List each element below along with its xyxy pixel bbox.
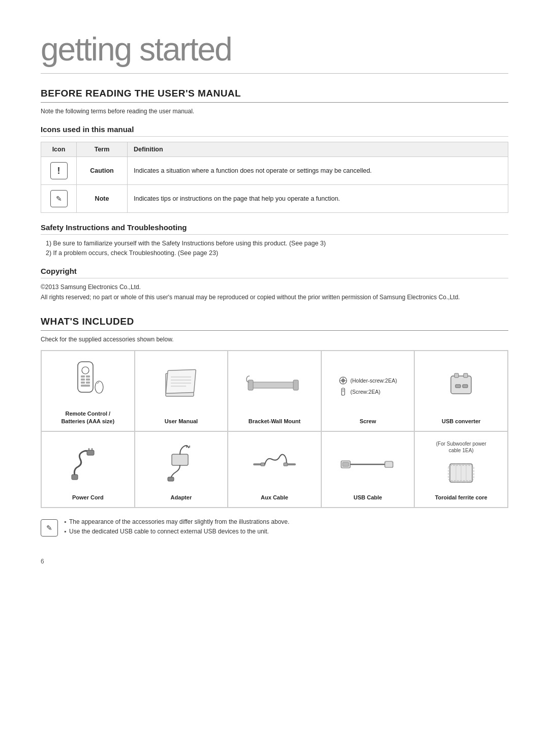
svg-rect-45 xyxy=(343,462,349,466)
svg-rect-36 xyxy=(172,454,188,465)
adapter-label: Adapter xyxy=(171,494,192,501)
aux-cable-image xyxy=(233,440,316,489)
note-icon-cell: ✎ xyxy=(41,185,77,213)
svg-rect-17 xyxy=(249,382,297,388)
svg-rect-0 xyxy=(78,362,93,392)
svg-rect-7 xyxy=(86,382,90,384)
ferrite-image: (For Subwoofer power cable 1EA) xyxy=(420,440,502,489)
safety-list: Be sure to familiarize yourself with the… xyxy=(41,240,508,257)
svg-rect-41 xyxy=(261,463,265,466)
bracket-image xyxy=(233,359,316,413)
svg-rect-27 xyxy=(451,376,471,394)
note-icon-bottom: ✎ xyxy=(41,519,58,537)
holder-screw-text: (Holder-screw:2EA) xyxy=(350,377,397,384)
svg-rect-18 xyxy=(248,380,253,390)
ferrite-label: Toroidal ferrite core xyxy=(435,494,487,501)
svg-rect-47 xyxy=(385,461,393,467)
svg-rect-12 xyxy=(166,369,196,393)
col-term: Term xyxy=(77,142,128,157)
note-term: Note xyxy=(77,185,128,213)
svg-rect-31 xyxy=(464,373,468,377)
bottom-note-1: The appearance of the accessories may di… xyxy=(64,518,289,525)
accessory-bracket: Bracket-Wall Mount xyxy=(228,351,321,431)
page-number: 6 xyxy=(41,558,508,565)
screw-text: (Screw:2EA) xyxy=(350,389,380,395)
usb-cable-label: USB Cable xyxy=(353,494,382,501)
accessory-aux-cable: Aux Cable xyxy=(228,431,321,508)
svg-rect-6 xyxy=(81,382,85,384)
accessory-remote-control: Remote Control /Batteries (AAA size) xyxy=(41,351,135,431)
safety-item-2: If a problem occurs, check Troubleshooti… xyxy=(46,249,508,257)
accessory-adapter: Adapter xyxy=(135,431,228,508)
accessory-user-manual: User Manual xyxy=(135,351,228,431)
safety-item-1: Be sure to familiarize yourself with the… xyxy=(46,240,508,247)
usb-converter-image xyxy=(420,359,502,413)
aux-cable-label: Aux Cable xyxy=(261,494,288,501)
note-definition: Indicates tips or instructions on the pa… xyxy=(128,185,508,213)
svg-rect-30 xyxy=(454,373,459,377)
accessory-screw: (Holder-screw:2EA) (Screw:2EA) Screw xyxy=(321,351,415,431)
caution-icon: ! xyxy=(50,162,68,179)
remote-control-image xyxy=(47,359,129,405)
bottom-notes: ✎ The appearance of the accessories may … xyxy=(41,518,508,538)
whats-included-section: WHAT'S INCLUDED Check for the supplied a… xyxy=(41,316,508,538)
bottom-notes-list: The appearance of the accessories may di… xyxy=(64,518,289,538)
accessories-grid: Remote Control /Batteries (AAA size) Use… xyxy=(41,350,508,508)
safety-section: Safety Instructions and Troubleshooting … xyxy=(41,223,508,257)
svg-rect-24 xyxy=(342,388,345,395)
remote-control-label: Remote Control /Batteries (AAA size) xyxy=(61,410,114,426)
svg-rect-37 xyxy=(168,477,174,481)
accessory-usb-cable: USB Cable xyxy=(321,431,415,508)
accessory-ferrite: (For Subwoofer power cable 1EA) Toroidal… xyxy=(414,431,508,508)
power-cord-image xyxy=(47,440,129,489)
svg-rect-35 xyxy=(72,475,78,480)
col-definition: Definition xyxy=(128,142,508,157)
caution-icon-cell: ! xyxy=(41,157,77,185)
svg-rect-5 xyxy=(86,379,90,381)
copyright-line2: All rights reserved; no part or whole of… xyxy=(41,294,508,301)
safety-title: Safety Instructions and Troubleshooting xyxy=(41,223,508,235)
copyright-line1: ©2013 Samsung Electronics Co.,Ltd. xyxy=(41,284,508,291)
svg-rect-3 xyxy=(86,375,90,377)
table-row: ! Caution Indicates a situation where a … xyxy=(41,157,508,185)
whats-included-title: WHAT'S INCLUDED xyxy=(41,316,508,331)
power-cord-label: Power Cord xyxy=(72,494,104,501)
screw-image: (Holder-screw:2EA) (Screw:2EA) xyxy=(327,359,409,413)
before-reading-section: BEFORE READING THE USER'S MANUAL Note th… xyxy=(41,88,508,301)
table-row: ✎ Note Indicates tips or instructions on… xyxy=(41,185,508,213)
user-manual-image xyxy=(140,359,223,413)
holder-screw-label: (Holder-screw:2EA) xyxy=(339,376,397,385)
subwoofer-note: (For Subwoofer power cable 1EA) xyxy=(436,440,486,454)
copyright-section: Copyright ©2013 Samsung Electronics Co.,… xyxy=(41,267,508,301)
accessory-power-cord: Power Cord xyxy=(41,431,135,508)
page-title: getting started xyxy=(41,30,508,74)
bottom-note-2: Use the dedicated USB cable to connect e… xyxy=(64,528,289,535)
col-icon: Icon xyxy=(41,142,77,157)
caution-term: Caution xyxy=(77,157,128,185)
caution-definition: Indicates a situation where a function d… xyxy=(128,157,508,185)
svg-rect-19 xyxy=(293,380,298,390)
screw-label-extra: (Screw:2EA) xyxy=(339,387,380,396)
svg-rect-8 xyxy=(81,385,90,387)
icons-section-title: Icons used in this manual xyxy=(41,125,508,137)
note-icon: ✎ xyxy=(50,190,68,207)
icons-section: Icons used in this manual Icon Term Defi… xyxy=(41,125,508,213)
svg-line-10 xyxy=(97,382,99,384)
svg-rect-2 xyxy=(81,375,85,377)
before-reading-title: BEFORE READING THE USER'S MANUAL xyxy=(41,88,508,103)
screw-label: Screw xyxy=(359,418,376,425)
accessory-usb-converter: USB converter xyxy=(414,351,508,431)
user-manual-label: User Manual xyxy=(165,418,198,425)
svg-rect-29 xyxy=(463,385,468,388)
svg-rect-32 xyxy=(87,450,94,455)
icons-table: Icon Term Definition ! Caution Indicates… xyxy=(41,142,508,213)
before-reading-intro: Note the following terms before reading … xyxy=(41,108,508,115)
bracket-label: Bracket-Wall Mount xyxy=(249,418,300,425)
svg-rect-28 xyxy=(455,385,461,388)
whats-included-intro: Check for the supplied accessories shown… xyxy=(41,336,508,343)
svg-point-9 xyxy=(95,381,103,393)
svg-point-1 xyxy=(82,367,89,374)
usb-cable-image xyxy=(327,440,409,489)
usb-converter-label: USB converter xyxy=(442,418,480,425)
copyright-title: Copyright xyxy=(41,267,508,278)
